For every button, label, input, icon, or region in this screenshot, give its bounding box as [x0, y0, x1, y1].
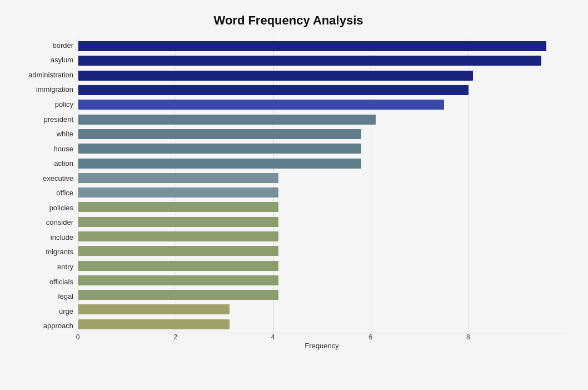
bar: [78, 85, 469, 95]
x-tick-label: 8: [466, 333, 470, 341]
x-ticks: 02468: [78, 333, 566, 339]
bar: [78, 261, 278, 271]
chart-container: Word Frequency Analysis borderasylumadmi…: [0, 0, 588, 390]
y-axis-label: executive: [11, 171, 78, 185]
y-axis-label: house: [11, 141, 78, 156]
x-tick-label: 6: [368, 333, 372, 341]
bar: [78, 173, 278, 183]
chart-title: Word Frequency Analysis: [11, 11, 566, 28]
bar-row: [78, 40, 566, 53]
bar-row: [78, 113, 566, 126]
x-tick-label: 4: [271, 333, 275, 341]
bars-area: [78, 38, 566, 333]
bar-row: [78, 171, 566, 185]
x-axis-label: Frequency: [78, 342, 566, 350]
y-axis-label: office: [11, 186, 78, 200]
y-axis-label: white: [11, 127, 78, 141]
bar: [78, 275, 278, 285]
bar: [78, 100, 444, 110]
y-axis-label: immigration: [11, 82, 78, 97]
y-axis-label: entry: [11, 259, 78, 274]
bar-row: [78, 127, 566, 141]
bar-row: [78, 83, 566, 97]
bars-wrapper: [78, 38, 566, 333]
bar-row: [78, 244, 566, 258]
bar-row: [78, 54, 566, 67]
y-axis-label: officials: [11, 274, 78, 289]
bar-row: [78, 98, 566, 111]
bar: [78, 144, 361, 154]
bar-row: [78, 259, 566, 273]
bar: [78, 115, 376, 125]
bars-and-x: 02468 Frequency: [78, 38, 566, 350]
bar-row: [78, 157, 566, 170]
y-axis-label: legal: [11, 289, 78, 304]
y-axis-label: asylum: [11, 53, 78, 67]
x-tick-label: 2: [173, 333, 177, 341]
bar: [78, 290, 278, 300]
y-axis-label: action: [11, 156, 78, 171]
chart-area: borderasylumadministrationimmigrationpol…: [11, 38, 566, 350]
bar: [78, 231, 278, 241]
bar: [78, 304, 230, 314]
x-axis: 02468 Frequency: [78, 333, 566, 350]
bar: [78, 319, 230, 329]
y-axis-label: urge: [11, 304, 78, 318]
y-axis-label: consider: [11, 215, 78, 230]
bar-row: [78, 142, 566, 155]
bar-row: [78, 274, 566, 287]
bar: [78, 56, 541, 66]
bar: [78, 217, 278, 227]
bar: [78, 41, 546, 51]
y-axis-label: migrants: [11, 245, 78, 259]
y-axis-label: include: [11, 230, 78, 244]
bar: [78, 129, 361, 139]
y-axis-label: administration: [11, 67, 78, 82]
bar-row: [78, 215, 566, 229]
y-axis-label: approach: [11, 319, 78, 333]
bar-row: [78, 69, 566, 82]
y-axis-label: border: [11, 38, 78, 52]
y-axis-label: president: [11, 112, 78, 126]
y-axis-label: policy: [11, 97, 78, 111]
bar-row: [78, 303, 566, 316]
bar-row: [78, 200, 566, 214]
bar-row: [78, 186, 566, 199]
x-tick-label: 0: [76, 333, 80, 341]
bar-row: [78, 230, 566, 243]
bar-row: [78, 318, 566, 331]
bar: [78, 202, 278, 212]
bar: [78, 159, 361, 169]
y-axis-label: policies: [11, 200, 78, 215]
bar: [78, 71, 473, 81]
bar-row: [78, 288, 566, 302]
y-axis: borderasylumadministrationimmigrationpol…: [11, 38, 78, 350]
bar: [78, 187, 278, 198]
bar: [78, 246, 278, 256]
